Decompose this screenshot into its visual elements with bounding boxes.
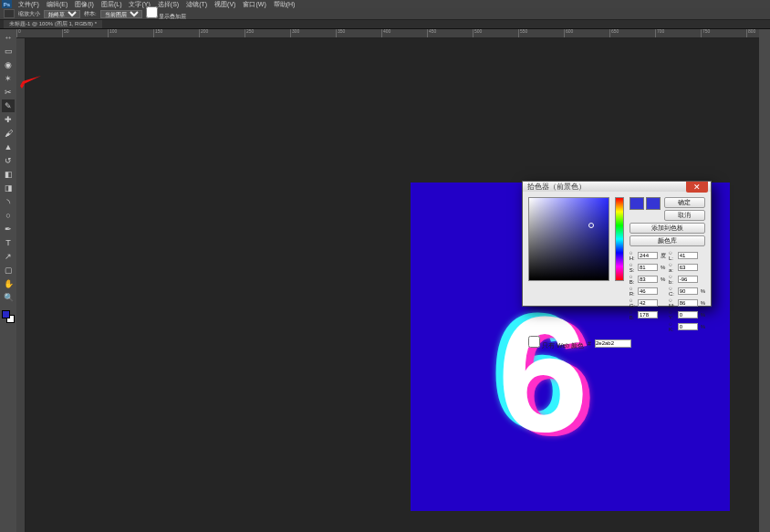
field-unit-B: % bbox=[661, 276, 666, 282]
ruler-tick: 750 bbox=[701, 29, 702, 37]
document-tabbar: 未标题-1 @ 100% (图层 1, RGB/8) * bbox=[0, 20, 770, 29]
brush-tool[interactable]: 🖌 bbox=[2, 127, 15, 140]
gradient-tool[interactable]: ◨ bbox=[2, 182, 15, 194]
field-input-H[interactable] bbox=[638, 252, 658, 259]
marquee-tool[interactable]: ▭ bbox=[2, 45, 15, 57]
field-input-C[interactable] bbox=[678, 287, 698, 295]
color-picker-dialog: 拾色器（前景色） ✕ 确定 取消 添加到色板 颜色库 ○ H:度○ L:○ S:… bbox=[522, 181, 712, 307]
shape-tool[interactable]: ▢ bbox=[2, 264, 15, 276]
eyedropper-tool[interactable]: ✎ bbox=[2, 99, 15, 112]
field-label-Bv[interactable]: ○ B: bbox=[630, 309, 635, 320]
history-brush-tool[interactable]: ↺ bbox=[2, 154, 15, 167]
options-bar: 缩放大小 始终草 样本: 当前图层 显示叠加层 bbox=[0, 8, 770, 20]
add-swatch-button[interactable]: 添加到色板 bbox=[630, 223, 705, 234]
color-library-button[interactable]: 颜色库 bbox=[630, 235, 705, 246]
field-input-Y[interactable] bbox=[678, 311, 698, 318]
dialog-titlebar[interactable]: 拾色器（前景色） ✕ bbox=[523, 182, 711, 192]
field-label-G[interactable]: ○ G: bbox=[630, 297, 635, 308]
field-label-C[interactable]: ○ C: bbox=[669, 286, 675, 297]
hex-input[interactable] bbox=[595, 339, 631, 348]
field-unit-Y: % bbox=[701, 312, 705, 318]
color-swatches[interactable] bbox=[2, 310, 15, 323]
ruler-tick: 450 bbox=[427, 29, 428, 37]
ruler-tick: 200 bbox=[199, 29, 200, 37]
field-label-M[interactable]: ○ M: bbox=[669, 297, 675, 308]
field-input-R[interactable] bbox=[638, 287, 658, 295]
cancel-button[interactable]: 取消 bbox=[664, 210, 705, 221]
hex-label: # bbox=[588, 340, 591, 347]
tools-panel: ↔▭◉✶✂✎✚🖌▲↺◧◨৲○✒T↗▢✋🔍 bbox=[0, 29, 16, 532]
zoom-tool[interactable]: 🔍 bbox=[2, 291, 15, 304]
ruler-tick: 50 bbox=[62, 29, 63, 37]
lasso-tool[interactable]: ◉ bbox=[2, 58, 15, 71]
stamp-tool[interactable]: ▲ bbox=[2, 141, 15, 153]
field-label-B[interactable]: ○ B: bbox=[630, 274, 635, 285]
dodge-tool[interactable]: ○ bbox=[2, 209, 15, 222]
ruler-tick: 800 bbox=[746, 29, 747, 37]
field-input-B[interactable] bbox=[638, 276, 658, 283]
ruler-tick: 350 bbox=[336, 29, 337, 37]
menu-0[interactable]: 文件(F) bbox=[15, 0, 43, 9]
right-dock bbox=[759, 29, 770, 532]
ruler-vertical bbox=[16, 38, 26, 532]
field-label-H[interactable]: ○ H: bbox=[630, 250, 635, 261]
ruler-tick: 400 bbox=[381, 29, 382, 37]
field-unit-H: 度 bbox=[661, 252, 666, 260]
opt-extra-select[interactable]: 当前图层 bbox=[100, 10, 142, 18]
menu-1[interactable]: 编辑(E) bbox=[43, 0, 71, 9]
menu-9[interactable]: 帮助(H) bbox=[270, 0, 299, 9]
wand-tool[interactable]: ✶ bbox=[2, 72, 15, 85]
type-tool[interactable]: T bbox=[2, 236, 15, 249]
field-input-K[interactable] bbox=[678, 323, 698, 330]
eraser-tool[interactable]: ◧ bbox=[2, 168, 15, 181]
saturation-value-field[interactable] bbox=[528, 197, 609, 281]
document-tab[interactable]: 未标题-1 @ 100% (图层 1, RGB/8) * bbox=[4, 20, 102, 28]
field-label-Y[interactable]: ○ Y: bbox=[669, 309, 675, 320]
field-label-K[interactable]: ○ K: bbox=[669, 321, 675, 332]
field-label-L[interactable]: ○ L: bbox=[669, 250, 675, 261]
heal-tool[interactable]: ✚ bbox=[2, 113, 15, 126]
ruler-tick: 0 bbox=[16, 29, 17, 37]
field-label-S[interactable]: ○ S: bbox=[630, 262, 635, 273]
ruler-tick: 500 bbox=[473, 29, 473, 37]
field-input-a[interactable] bbox=[678, 264, 698, 271]
field-input-G[interactable] bbox=[638, 299, 658, 307]
menu-8[interactable]: 窗口(W) bbox=[239, 0, 269, 9]
new-color-swatch bbox=[630, 197, 644, 210]
crop-tool[interactable]: ✂ bbox=[2, 86, 15, 99]
field-unit-S: % bbox=[661, 265, 666, 270]
close-button[interactable]: ✕ bbox=[686, 182, 708, 193]
active-tool-badge bbox=[4, 9, 15, 18]
menu-3[interactable]: 图层(L) bbox=[98, 0, 126, 9]
foreground-swatch[interactable] bbox=[2, 310, 10, 318]
field-input-M[interactable] bbox=[678, 299, 698, 307]
ok-button[interactable]: 确定 bbox=[664, 197, 705, 208]
field-unit-K: % bbox=[701, 324, 705, 329]
hand-tool[interactable]: ✋ bbox=[2, 277, 15, 290]
menu-7[interactable]: 视图(V) bbox=[211, 0, 239, 9]
ruler-tick: 250 bbox=[245, 29, 245, 37]
web-only-checkbox[interactable]: 只有 Web 颜色 bbox=[528, 336, 584, 350]
field-input-Bv[interactable] bbox=[638, 311, 658, 318]
opt-check[interactable]: 显示叠加层 bbox=[146, 6, 187, 21]
field-input-S[interactable] bbox=[638, 264, 658, 271]
blur-tool[interactable]: ৲ bbox=[2, 195, 15, 208]
opt-mode-select[interactable]: 始终草 bbox=[44, 10, 80, 18]
field-label-b[interactable]: ○ b: bbox=[669, 274, 675, 285]
field-input-b[interactable] bbox=[678, 276, 698, 283]
field-label-R[interactable]: ○ R: bbox=[630, 286, 635, 297]
old-color-swatch[interactable] bbox=[646, 197, 661, 210]
dialog-title: 拾色器（前景色） bbox=[527, 182, 586, 192]
hue-slider[interactable] bbox=[615, 197, 624, 281]
menu-6[interactable]: 滤镜(T) bbox=[182, 0, 211, 9]
pen-tool[interactable]: ✒ bbox=[2, 223, 15, 235]
field-label-a[interactable]: ○ a: bbox=[669, 262, 675, 273]
ruler-tick: 600 bbox=[564, 29, 565, 37]
field-input-L[interactable] bbox=[678, 252, 698, 259]
path-tool[interactable]: ↗ bbox=[2, 250, 15, 263]
move-tool[interactable]: ↔ bbox=[2, 31, 15, 44]
ruler-tick: 650 bbox=[609, 29, 610, 37]
ruler-tick: 300 bbox=[290, 29, 291, 37]
field-unit-M: % bbox=[701, 300, 705, 306]
menu-2[interactable]: 图像(I) bbox=[71, 0, 98, 9]
